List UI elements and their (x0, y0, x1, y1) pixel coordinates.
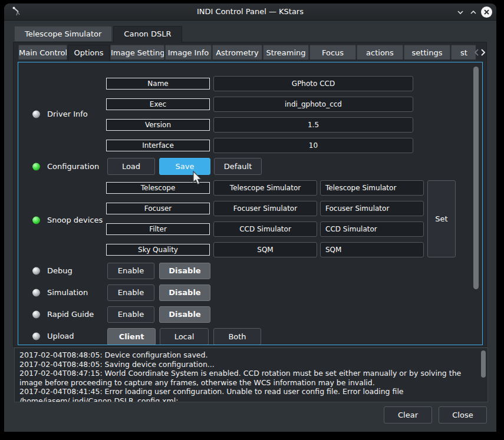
property-tab-main-control[interactable]: Main Control (18, 45, 67, 59)
config-default-button[interactable]: Default (214, 158, 262, 175)
property-tab-image-info[interactable]: Image Info (165, 45, 212, 59)
snoop-label-focuser: Focuser (106, 203, 210, 214)
titlebar: INDI Control Panel — KStars (4, 4, 496, 21)
log-line: 2017-02-04T08:47:15: World Coordinate Sy… (19, 369, 475, 387)
property-tab-options[interactable]: Options (68, 45, 110, 61)
driver-field-label-exec: Exec (106, 98, 210, 110)
snoop-device-sky-quality: SQM (213, 242, 317, 257)
section-label-upload: Upload (47, 332, 74, 341)
device-tab-pane: Main ControlOptionsImage SettingsImage I… (13, 42, 487, 347)
close-button[interactable]: Close (439, 406, 487, 424)
led-driver-info (32, 111, 40, 118)
device-tab-bar: Telescope SimulatorCanon DSLR (14, 26, 183, 43)
rapid-guide-disable-button[interactable]: Disable (159, 306, 210, 323)
tab-scroll-arrows (473, 47, 487, 58)
property-tab-settings[interactable]: settings (404, 45, 450, 59)
snoop-input-telescope[interactable]: Telescope Simulator (320, 180, 424, 196)
clear-button[interactable]: Clear (384, 406, 432, 424)
snoop-input-sky-quality[interactable]: SQM (320, 242, 424, 257)
snoop-input-filter[interactable]: CCD Simulator (320, 221, 424, 237)
property-tab-actions[interactable]: actions (357, 45, 403, 59)
led-snoop-devices (32, 217, 40, 224)
minimize-button[interactable] (455, 7, 466, 18)
section-label-snoop-devices: Snoop devices (47, 216, 103, 225)
snoop-device-filter: CCD Simulator (213, 221, 317, 237)
section-label-simulation: Simulation (47, 288, 88, 297)
snoop-input-focuser[interactable]: Focuser Simulator (320, 201, 424, 216)
device-tab-canon-dslr[interactable]: Canon DSLR (113, 26, 182, 43)
led-debug (32, 267, 40, 275)
options-scrollbar[interactable] (473, 67, 479, 289)
tab-scroll-right-icon (482, 49, 485, 55)
upload-both-button[interactable]: Both (213, 328, 261, 345)
driver-field-label-interface: Interface (106, 140, 210, 151)
led-configuration (32, 163, 40, 171)
property-tab-st[interactable]: st (451, 45, 476, 59)
message-log[interactable]: 2017-02-04T08:48:05: Device configuratio… (14, 348, 488, 402)
debug-disable-button[interactable]: Disable (159, 263, 210, 279)
driver-field-label-name: Name (106, 78, 210, 90)
rapid-guide-enable-button[interactable]: Enable (107, 306, 154, 323)
property-tab-astrometry[interactable]: Astrometry (212, 45, 262, 59)
maximize-button[interactable] (468, 7, 479, 18)
property-tab-focus[interactable]: Focus (309, 45, 356, 59)
led-upload (32, 333, 40, 340)
window-title: INDI Control Panel — KStars (4, 4, 496, 20)
section-label-configuration: Configuration (47, 162, 99, 171)
upload-local-button[interactable]: Local (160, 328, 209, 345)
driver-field-value-version: 1.5 (213, 117, 413, 133)
tab-scroll-left-icon (475, 49, 478, 55)
debug-enable-button[interactable]: Enable (107, 263, 154, 279)
driver-field-value-interface: 10 (213, 138, 413, 153)
property-tab-image-settings[interactable]: Image Settings (110, 45, 164, 59)
log-line: 2017-02-04T08:48:05: Device configuratio… (19, 350, 475, 360)
driver-field-label-version: Version (106, 119, 210, 131)
indi-control-panel-window: INDI Control Panel — KStars Telescope Si… (4, 4, 496, 432)
driver-field-value-exec: indi_gphoto_ccd (213, 97, 413, 112)
snoop-label-telescope: Telescope (106, 182, 210, 194)
led-simulation (32, 289, 40, 297)
upload-client-button[interactable]: Client (107, 328, 156, 345)
snoop-device-focuser: Focuser Simulator (213, 201, 317, 216)
section-label-rapid-guide: Rapid Guide (47, 310, 94, 319)
log-line: 2017-02-04T08:48:05: Saving device confi… (19, 360, 475, 369)
snoop-set-button[interactable]: Set (427, 180, 456, 257)
close-window-button[interactable] (481, 6, 492, 18)
snoop-label-filter: Filter (106, 223, 210, 235)
section-label-debug: Debug (47, 266, 73, 276)
simulation-enable-button[interactable]: Enable (107, 284, 154, 301)
snoop-device-telescope: Telescope Simulator (213, 180, 317, 196)
property-tab-bar: Main ControlOptionsImage SettingsImage I… (18, 45, 476, 61)
config-save-button[interactable]: Save (159, 158, 210, 175)
device-tab-telescope-simulator[interactable]: Telescope Simulator (14, 26, 112, 41)
section-label-driver-info: Driver Info (47, 110, 88, 119)
simulation-disable-button[interactable]: Disable (159, 284, 210, 301)
options-scroll-area: Driver InfoConfigurationSnoop devicesDeb… (18, 62, 483, 345)
property-tab-streaming[interactable]: Streaming (263, 45, 309, 59)
led-rapid-guide (32, 311, 40, 319)
log-scrollbar[interactable] (481, 350, 486, 378)
driver-field-value-name: GPhoto CCD (213, 76, 413, 91)
config-load-button[interactable]: Load (107, 158, 155, 175)
snoop-label-sky-quality: Sky Quality (106, 244, 210, 256)
log-line: 2017-02-04T08:41:45: Error loading user … (19, 387, 475, 402)
